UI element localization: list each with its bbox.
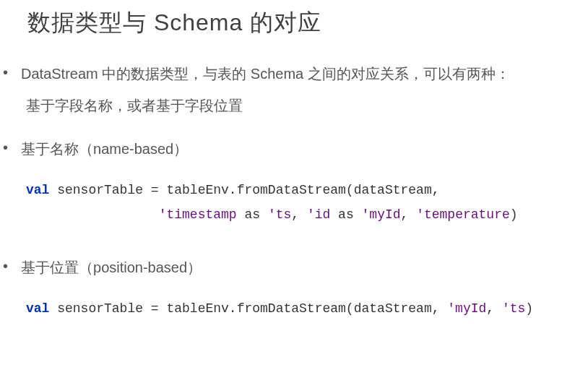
code-comma: , — [401, 207, 417, 222]
intro-line1: DataStream 中的数据类型，与表的 Schema 之间的对应关系，可以有… — [21, 62, 510, 85]
code-indent — [26, 207, 159, 222]
code-as: as — [237, 207, 268, 222]
code-close-paren: ) — [525, 301, 533, 316]
code-as: as — [330, 207, 361, 222]
code-comma: , — [291, 207, 307, 222]
section-name-based: • 基于名称（name-based） — [0, 137, 588, 160]
slide-content: 数据类型与 Schema 的对应 • DataStream 中的数据类型，与表的… — [0, 0, 588, 322]
bullet-dot: • — [3, 137, 8, 158]
code-close-paren: ) — [510, 207, 518, 222]
section-pos-label: 基于位置（position-based） — [21, 256, 202, 279]
slide-title: 数据类型与 Schema 的对应 — [27, 7, 588, 39]
bullet-dot: • — [3, 62, 8, 82]
symbol-myid: 'myId — [362, 207, 401, 222]
code-text: sensorTable = tableEnv.fromDataStream(da… — [49, 183, 439, 197]
bullet-dot: • — [3, 256, 8, 276]
symbol-timestamp: 'timestamp — [159, 207, 237, 222]
section-name-label: 基于名称（name-based） — [21, 137, 188, 160]
code-block-position-based: val sensorTable = tableEnv.fromDataStrea… — [26, 296, 588, 321]
keyword-val: val — [26, 183, 49, 197]
symbol-myid: 'myId — [447, 301, 486, 316]
intro-line2: 基于字段名称，或者基于字段位置 — [26, 94, 588, 117]
keyword-val: val — [26, 301, 49, 316]
symbol-id: 'id — [307, 207, 330, 222]
code-comma: , — [486, 301, 502, 316]
symbol-temperature: 'temperature — [416, 207, 510, 222]
code-block-name-based: val sensorTable = tableEnv.fromDataStrea… — [26, 178, 588, 227]
symbol-ts: 'ts — [502, 301, 525, 316]
section-position-based: • 基于位置（position-based） — [0, 256, 588, 279]
bullet-intro: • DataStream 中的数据类型，与表的 Schema 之间的对应关系，可… — [0, 62, 588, 85]
symbol-ts: 'ts — [268, 207, 291, 222]
code-text: sensorTable = tableEnv.fromDataStream(da… — [49, 301, 447, 316]
